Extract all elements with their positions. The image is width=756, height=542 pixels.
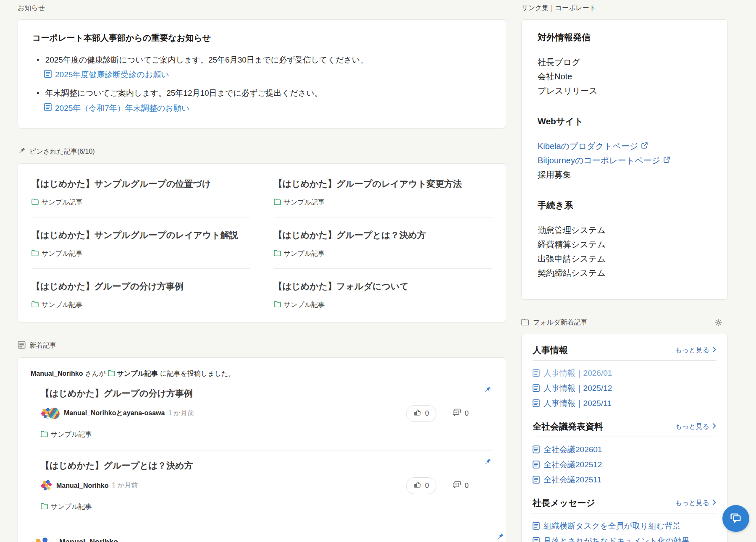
folder-article-title: 全社会議202512 xyxy=(543,458,602,471)
article-actions: 0 0 xyxy=(406,405,493,422)
pinned-article: 【はじめかた】サンプルグループの位置づけ サンプル記事 xyxy=(32,166,250,217)
avatar[interactable] xyxy=(31,536,53,542)
chat-bubble-icon xyxy=(729,511,743,526)
folder-link[interactable]: サンプル記事 xyxy=(274,301,493,309)
dashboard-page: お知らせ コーポレート本部人事部からの重要なお知らせ 2025年度の健康診断につ… xyxy=(0,0,756,542)
author-names[interactable]: Manual_Norihko xyxy=(56,482,108,490)
comment-button[interactable]: 0 xyxy=(452,408,469,419)
link-item[interactable]: Bitjourneyのコーポレートページ xyxy=(538,153,670,168)
pin-icon xyxy=(18,147,26,157)
folder-article-list: 人事情報｜2026/01 人事情報｜2025/12 人事情報｜2025/11 xyxy=(533,366,717,411)
folder-article-title: 人事情報｜2026/01 xyxy=(543,366,612,380)
group-header-text: に記事を投稿しました。 xyxy=(160,369,235,378)
folder-article-link[interactable]: 人事情報｜2026/01 xyxy=(533,366,717,381)
article-meta: Manual_Norihko 1 か月前 0 0 xyxy=(41,477,493,494)
article-title[interactable]: 【はじめかた】グループの分け方事例 xyxy=(41,388,193,399)
article-icon xyxy=(18,341,26,351)
link-item[interactable]: 契約締結システム xyxy=(538,266,606,280)
folder-link[interactable]: サンプル記事 xyxy=(274,249,493,258)
folder-link[interactable]: サンプル記事 xyxy=(32,249,250,258)
pin-button[interactable] xyxy=(483,458,491,466)
folder-link[interactable]: サンプル記事 xyxy=(41,503,493,511)
announcement-link[interactable]: 2025年（令和7年）年末調整のお願い xyxy=(44,103,491,114)
pinned-article: 【はじめかた】グループの分け方事例 サンプル記事 xyxy=(32,269,250,319)
folder-article-link[interactable]: 人事情報｜2025/11 xyxy=(533,396,717,411)
author-names[interactable]: Manual_Norihkoとayana-osawa xyxy=(64,409,165,418)
folder-link[interactable]: サンプル記事 xyxy=(32,301,250,309)
pinned-article: 【はじめかた】グループとは？決め方 サンプル記事 xyxy=(274,217,493,269)
news-group: Manual_Norihkoさんが サンプル記事 に記事を投稿しました。 【はじ… xyxy=(18,358,506,525)
comment-button[interactable]: 0 xyxy=(452,481,469,491)
document-icon xyxy=(533,381,540,396)
announcement-item: 2025年度の健康診断についてご案内します。25年6月30日までに必ず受信してく… xyxy=(37,54,491,80)
avatar[interactable] xyxy=(48,408,60,419)
link-item[interactable]: 勤怠管理システム xyxy=(538,223,606,237)
pinned-article-title[interactable]: 【はじめかた】グループとは？決め方 xyxy=(274,229,493,241)
folder-name: サンプル記事 xyxy=(42,198,83,207)
folder-name: サンプル記事 xyxy=(42,249,83,258)
links-card: 対外情報発信 社長ブログ 会社Note プレスリリース Webサイト Kibel… xyxy=(521,19,728,300)
document-icon xyxy=(533,473,540,488)
folder-group-heading: 社長メッセージ xyxy=(533,497,595,509)
avatar[interactable] xyxy=(41,480,52,491)
document-icon xyxy=(533,458,540,473)
folder-group-ceo-message: 社長メッセージ もっと見る 組織横断タスクを全員が取り組む背景 見落とされがちな… xyxy=(533,497,717,542)
article-title[interactable]: 【はじめかた】グループとは？決め方 xyxy=(41,460,193,471)
pin-button[interactable] xyxy=(483,386,491,394)
link-item[interactable]: Kibelaのプロダクトページ xyxy=(538,139,648,153)
folder-icon xyxy=(32,301,39,309)
folder-link[interactable]: サンプル記事 xyxy=(108,369,158,378)
article-actions: 0 0 xyxy=(406,477,493,494)
folder-name: サンプル記事 xyxy=(117,369,158,378)
announcement-list: 2025年度の健康診断についてご案内します。25年6月30日までに必ず受信してく… xyxy=(37,54,491,114)
link-group-websites: Webサイト Kibelaのプロダクトページ Bitjourneyのコーポレート… xyxy=(538,115,711,182)
folder-article-link[interactable]: 全社会議202601 xyxy=(533,443,717,458)
pinned-article-title[interactable]: 【はじめかた】サンプルグループのレイアウト解説 xyxy=(32,229,250,241)
see-more-link[interactable]: もっと見る xyxy=(675,422,717,431)
folder-link[interactable]: サンプル記事 xyxy=(274,198,493,207)
folder-article-link[interactable]: 見落とされがちなドキュメント化の効果 xyxy=(533,534,717,542)
folder-icon xyxy=(32,250,39,258)
like-button[interactable]: 0 xyxy=(406,477,436,494)
folder-link[interactable]: サンプル記事 xyxy=(32,198,250,207)
folder-article-title: 見落とされがちなドキュメント化の効果 xyxy=(543,534,690,542)
folder-article-link[interactable]: 全社会議202512 xyxy=(533,458,717,473)
chat-fab-button[interactable] xyxy=(722,505,749,532)
pinned-article-title[interactable]: 【はじめかた】グループのレイアウト変更方法 xyxy=(274,178,493,190)
link-text: Kibelaのプロダクトページ xyxy=(538,139,638,153)
announcement-link[interactable]: 2025年度健康診断受診のお願い xyxy=(44,69,491,80)
folder-article-link[interactable]: 組織横断タスクを全員が取り組む背景 xyxy=(533,519,717,534)
thumbs-up-icon xyxy=(413,408,421,419)
folder-article-link[interactable]: 人事情報｜2025/12 xyxy=(533,381,717,396)
announcement-link-text: 2025年（令和7年）年末調整のお願い xyxy=(55,103,189,114)
user-link[interactable]: Manual_Norihko xyxy=(31,370,83,377)
folder-link[interactable]: サンプル記事 xyxy=(41,430,493,439)
link-item[interactable]: 会社Note xyxy=(538,69,572,84)
author-name[interactable]: Manual_Norihko xyxy=(59,538,118,542)
news-group-header: Manual_Norihkoさんが サンプル記事 に記事を投稿しました。 xyxy=(31,369,493,378)
see-more-link[interactable]: もっと見る xyxy=(675,346,717,355)
link-item[interactable]: 出張申請システム xyxy=(538,251,606,266)
folder-article-link[interactable]: 全社会議202511 xyxy=(533,473,717,488)
pinned-article-title[interactable]: 【はじめかた】グループの分け方事例 xyxy=(32,280,250,292)
article-preview-post: Manual_Norihko 1 か月前 【はじめかた】フォルダについて Kib… xyxy=(18,525,506,542)
link-item[interactable]: 採用募集 xyxy=(538,168,571,182)
post-time: 1 か月前 xyxy=(112,481,138,490)
link-item[interactable]: 経費精算システム xyxy=(538,237,606,251)
link-item[interactable]: プレスリリース xyxy=(538,84,598,98)
folder-article-title: 人事情報｜2025/11 xyxy=(543,396,612,410)
main-column: お知らせ コーポレート本部人事部からの重要なお知らせ 2025年度の健康診断につ… xyxy=(18,3,506,542)
link-item[interactable]: 社長ブログ xyxy=(538,55,580,69)
folder-icon xyxy=(521,319,529,327)
pin-button[interactable] xyxy=(496,533,504,541)
announcements-section-label: お知らせ xyxy=(18,3,506,13)
see-more-link[interactable]: もっと見る xyxy=(675,499,717,508)
settings-button[interactable] xyxy=(714,318,723,327)
preview-author-block: Manual_Norihko 1 か月前 xyxy=(59,538,118,542)
pinned-article-title[interactable]: 【はじめかた】サンプルグループの位置づけ xyxy=(32,178,250,190)
pinned-article: 【はじめかた】グループのレイアウト変更方法 サンプル記事 xyxy=(274,166,493,217)
like-button[interactable]: 0 xyxy=(406,405,436,422)
folder-icon xyxy=(32,199,39,207)
announcement-text: 年末調整についてご案内します。25年12月10日までに必ずご提出ください。 xyxy=(37,87,491,99)
pinned-article-title[interactable]: 【はじめかた】フォルダについて xyxy=(274,280,493,292)
